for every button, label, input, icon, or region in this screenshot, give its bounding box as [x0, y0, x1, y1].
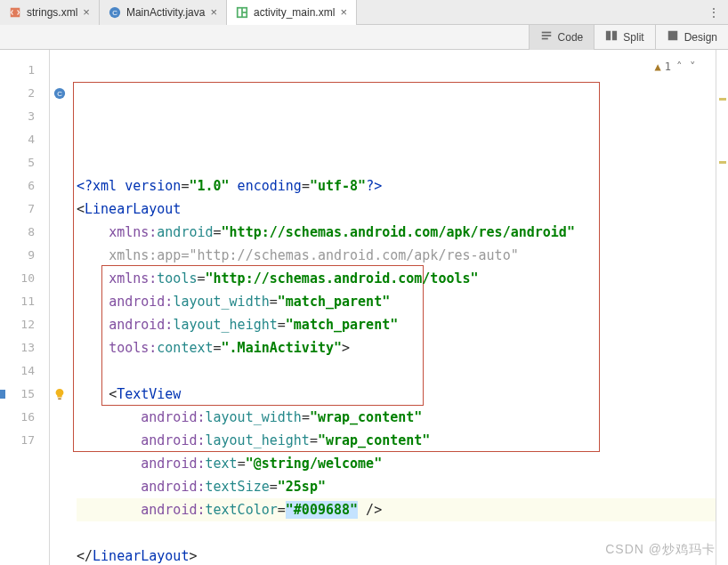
tab-overflow-button[interactable]: ⋮	[700, 6, 728, 19]
line-number: 17	[5, 429, 49, 452]
inspection-summary[interactable]: ▲ 1 ˄ ˅	[655, 55, 698, 78]
tab-mainactivity-java[interactable]: C MainActivity.java ×	[100, 0, 227, 25]
view-mode-label: Split	[623, 31, 643, 44]
code-line[interactable]: xmlns:app="http://schemas.android.com/ap…	[77, 244, 716, 267]
tab-strings-xml[interactable]: strings.xml ×	[0, 0, 100, 25]
gutter-icon-empty	[50, 198, 69, 221]
gutter-icon-empty	[50, 290, 69, 313]
svg-rect-11	[667, 31, 677, 41]
code-line[interactable]: android:layout_height="wrap_content"	[77, 429, 716, 452]
code-line[interactable]: xmlns:android="http://schemas.android.co…	[77, 221, 716, 244]
view-mode-split[interactable]: Split	[594, 25, 654, 50]
view-mode-code[interactable]: Code	[529, 25, 595, 50]
intention-bulb-icon[interactable]	[50, 383, 69, 406]
line-number: 11	[5, 290, 49, 313]
line-number: 8	[5, 221, 49, 244]
close-icon[interactable]: ×	[210, 6, 217, 18]
line-number: 4	[5, 128, 49, 151]
code-line[interactable]: xmlns:tools="http://schemas.android.com/…	[77, 267, 716, 290]
chevron-up-icon[interactable]: ˄	[675, 55, 684, 78]
line-number: 10	[5, 267, 49, 290]
gutter-icon-empty	[50, 174, 69, 198]
line-number: 15	[5, 383, 49, 406]
svg-rect-10	[612, 31, 617, 41]
svg-rect-9	[606, 31, 611, 41]
code-line[interactable]: <?xml version="1.0" encoding="utf-8"?>	[77, 174, 716, 198]
gutter-icon-empty	[50, 359, 69, 383]
svg-rect-5	[243, 12, 247, 16]
editor-workspace: 1234567891011121314151617 C ▲ 1 ˄ ˅ <?xm…	[0, 50, 728, 565]
close-icon[interactable]: ×	[340, 6, 347, 18]
code-line[interactable]: </LinearLayout>	[77, 545, 716, 565]
code-editor[interactable]: ▲ 1 ˄ ˅ <?xml version="1.0" encoding="ut…	[69, 50, 716, 565]
gutter-icon-empty	[50, 313, 69, 336]
close-icon[interactable]: ×	[83, 6, 90, 18]
xml-tag-icon	[9, 6, 21, 19]
code-line[interactable]	[77, 521, 716, 545]
gutter-icon-empty	[50, 336, 69, 359]
gutter-icon-empty	[50, 221, 69, 244]
svg-rect-4	[243, 8, 247, 12]
split-icon	[605, 29, 618, 44]
line-number: 5	[5, 151, 49, 174]
svg-rect-7	[541, 35, 551, 36]
code-line[interactable]: android:layout_width="match_parent"	[77, 290, 716, 313]
gutter-icon-empty	[50, 105, 69, 128]
line-number: 12	[5, 313, 49, 336]
code-line[interactable]: tools:context=".MainActivity">	[77, 336, 716, 359]
code-line[interactable]: android:textColor="#009688" />	[77, 498, 716, 521]
stripe-mark[interactable]	[719, 161, 726, 164]
code-line[interactable]: android:textSize="25sp"	[77, 475, 716, 498]
view-mode-bar: Code Split Design	[0, 25, 728, 50]
line-number: 6	[5, 174, 49, 198]
code-line[interactable]: <LinearLayout	[77, 198, 716, 221]
line-number: 2	[5, 82, 49, 105]
line-number: 1	[5, 59, 49, 82]
tab-label: strings.xml	[27, 6, 77, 19]
gutter-icon-empty	[50, 406, 69, 429]
warning-icon: ▲	[655, 55, 661, 78]
kebab-icon: ⋮	[708, 6, 719, 19]
code-line[interactable]: android:layout_width="wrap_content"	[77, 406, 716, 429]
stripe-mark[interactable]	[719, 98, 726, 101]
view-mode-label: Code	[558, 31, 584, 44]
view-mode-label: Design	[684, 31, 717, 44]
code-line[interactable]	[77, 359, 716, 383]
layout-icon	[236, 6, 248, 19]
tab-label: activity_main.xml	[254, 6, 335, 19]
gutter-icon-empty	[50, 429, 69, 452]
tab-activity-main-xml[interactable]: activity_main.xml ×	[227, 0, 357, 25]
svg-text:C: C	[57, 90, 62, 98]
class-circle-icon[interactable]: C	[50, 82, 69, 105]
svg-rect-14	[58, 398, 61, 400]
line-number-gutter[interactable]: 1234567891011121314151617	[5, 50, 50, 565]
line-number: 3	[5, 105, 49, 128]
line-number: 9	[5, 244, 49, 267]
svg-rect-8	[541, 38, 547, 40]
gutter-icon-column: C	[50, 50, 69, 565]
gutter-icon-empty	[50, 244, 69, 267]
gutter-icon-empty	[50, 151, 69, 174]
svg-rect-6	[541, 32, 551, 34]
editor-tab-bar: strings.xml × C MainActivity.java × acti…	[0, 0, 728, 25]
code-line[interactable]: android:text="@string/welcome"	[77, 452, 716, 475]
code-icon	[540, 29, 553, 44]
svg-text:C: C	[112, 8, 117, 16]
gutter-icon-empty	[50, 59, 69, 82]
code-line[interactable]: android:layout_height="match_parent"	[77, 313, 716, 336]
chevron-down-icon[interactable]: ˅	[688, 55, 698, 78]
view-mode-design[interactable]: Design	[655, 25, 728, 50]
design-icon	[667, 29, 679, 44]
gutter-icon-empty	[50, 128, 69, 151]
error-stripe[interactable]	[716, 50, 728, 565]
tab-label: MainActivity.java	[126, 6, 205, 19]
java-class-icon: C	[109, 6, 121, 19]
line-number: 14	[5, 359, 49, 383]
ide-root: strings.xml × C MainActivity.java × acti…	[0, 0, 728, 565]
warning-count: 1	[665, 55, 671, 78]
code-line[interactable]: <TextView	[77, 383, 716, 406]
line-number: 13	[5, 336, 49, 359]
svg-rect-3	[239, 8, 242, 16]
line-number: 16	[5, 406, 49, 429]
line-number: 7	[5, 198, 49, 221]
